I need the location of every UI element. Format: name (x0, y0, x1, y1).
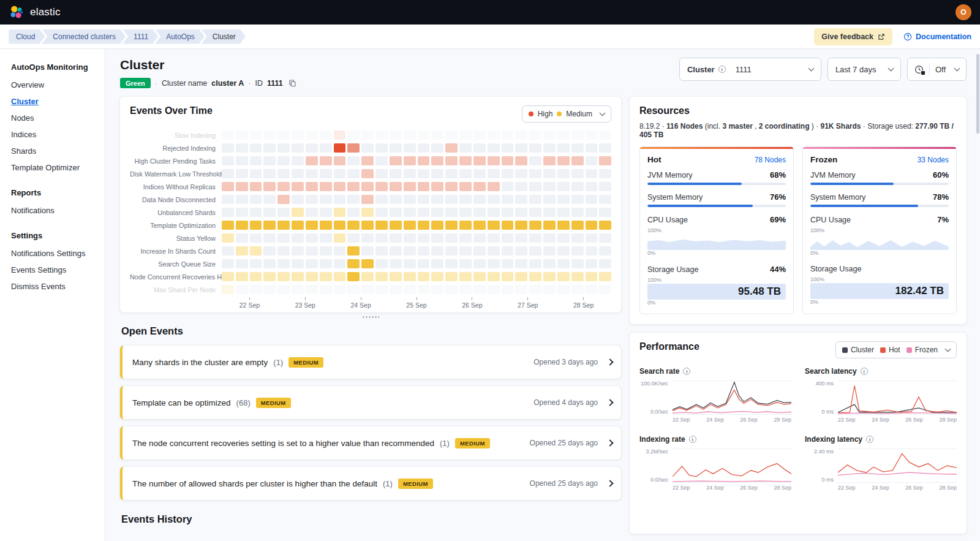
axis-label: 24 Sep (872, 417, 889, 423)
heatmap-cell (263, 143, 276, 153)
storage-fill-area: 95.48 TB (647, 284, 786, 300)
heatmap-cell (418, 272, 430, 281)
heatmap-cell (445, 285, 458, 294)
heatmap-cell (236, 208, 248, 217)
tier-accent-bar (640, 147, 793, 149)
breadcrumb-item[interactable]: Cloud (9, 29, 45, 44)
heatmap-cell (250, 195, 262, 204)
tier-nodes-link[interactable]: 33 Nodes (918, 156, 949, 164)
heatmap-cell (502, 195, 514, 204)
performance-legend-dropdown[interactable]: ClusterHotFrozen (835, 341, 957, 358)
heatmap-cell (431, 131, 443, 140)
event-count: (1) (440, 439, 450, 448)
info-icon[interactable]: i (683, 368, 690, 375)
storage-usage-value: 44% (770, 265, 786, 274)
heatmap-cell (431, 156, 443, 165)
heatmap-cell (361, 233, 374, 243)
chevron-right-icon (606, 439, 613, 446)
heatmap-cell (571, 272, 584, 281)
severity-badge: MEDIUM (288, 357, 323, 368)
sidebar-item-notifications-settings[interactable]: Notifications Settings (11, 245, 100, 262)
events-legend-dropdown[interactable]: High Medium (522, 105, 611, 123)
heatmap-cell (390, 221, 402, 230)
heatmap-cell (431, 143, 443, 153)
heatmap-cell (334, 208, 346, 217)
elastic-logo[interactable] (9, 5, 24, 20)
sidebar-item-template-optimizer[interactable]: Template Optimizer (11, 159, 100, 176)
sidebar-item-events-settings[interactable]: Events Settings (11, 262, 100, 278)
heatmap-cell (263, 208, 276, 217)
sidebar-item-indices[interactable]: Indices (11, 126, 100, 143)
chart-title: Indexing rate (639, 435, 685, 444)
axis-label: 100% (810, 227, 949, 234)
heatmap-cell (222, 246, 234, 255)
sidebar-item-notifications[interactable]: Notifications (11, 202, 100, 219)
heatmap-cell (515, 208, 527, 217)
scrollbar-thumb[interactable] (976, 54, 979, 134)
brand-name[interactable]: elastic (30, 6, 61, 18)
open-event-row[interactable]: Many shards in the cluster are empty(1)M… (120, 346, 621, 379)
heatmap-cell (320, 131, 332, 140)
cluster-select[interactable]: Cluster i 1111 (679, 58, 821, 81)
storage-total: 95.48 TB (738, 286, 781, 298)
event-opened-text: Opened 25 days ago (530, 439, 598, 447)
axis-label: 0% (647, 300, 786, 306)
heatmap-cell (306, 182, 318, 191)
heatmap-cell (488, 156, 500, 165)
heatmap-cell (473, 131, 486, 140)
info-icon[interactable]: i (866, 436, 873, 443)
auto-refresh-control[interactable]: Off (907, 58, 967, 81)
heatmap-cell (543, 285, 556, 294)
sidebar-item-dismiss-events[interactable]: Dismiss Events (11, 278, 100, 295)
breadcrumb-bar: CloudConnected clusters1111AutoOpsCluste… (0, 25, 980, 49)
heatmap-cell (404, 131, 416, 140)
info-icon[interactable]: i (689, 436, 696, 443)
tier-nodes-link[interactable]: 78 Nodes (755, 156, 786, 164)
heatmap-cell (586, 182, 598, 191)
panel-resize-handle[interactable] (120, 312, 621, 320)
high-legend-dot (529, 112, 533, 116)
heatmap-cell (599, 143, 611, 153)
heatmap-cell (529, 259, 541, 268)
sidebar-item-cluster[interactable]: Cluster (11, 93, 100, 110)
storage-usage-label: Storage Usage (810, 265, 861, 273)
heatmap-cell (488, 169, 500, 178)
heatmap-cell (347, 131, 360, 140)
documentation-link[interactable]: Documentation (903, 32, 971, 41)
heatmap-cell (473, 156, 486, 165)
cluster-id-value: 1111 (267, 79, 283, 88)
breadcrumb-item[interactable]: Cluster (202, 29, 246, 44)
sidebar-item-shards[interactable]: Shards (11, 143, 100, 159)
storage-fill-area: 182.42 TB (810, 283, 949, 299)
info-icon[interactable]: i (861, 368, 868, 375)
open-event-row[interactable]: The number of allowed shards per cluster… (120, 467, 621, 500)
heatmap-cell (502, 182, 514, 191)
heatmap-cell (418, 259, 430, 268)
heatmap-cell (334, 182, 346, 191)
user-avatar[interactable]: O (956, 4, 971, 20)
axis-label: 0% (810, 250, 949, 257)
sidebar-item-nodes[interactable]: Nodes (11, 110, 100, 126)
performance-chart: Indexing ratei3.2M/sec0.0/sec22 Sep24 Se… (639, 435, 791, 491)
tier-name: Hot (647, 155, 662, 164)
time-range-select[interactable]: Last 7 days (827, 58, 901, 81)
sidebar-item-overview[interactable]: Overview (11, 77, 100, 93)
breadcrumb-item[interactable]: AutoOps (155, 29, 205, 44)
breadcrumb-item[interactable]: Connected clusters (42, 29, 126, 44)
heatmap-cell (222, 156, 234, 165)
heatmap-cell (515, 182, 527, 191)
heatmap-cell (277, 156, 290, 165)
open-event-row[interactable]: Template can be optimized(68)MEDIUMOpene… (120, 386, 621, 419)
open-event-row[interactable]: The node concurrent recoveries setting i… (120, 426, 621, 460)
axis-label: 24 Sep (872, 485, 889, 491)
give-feedback-button[interactable]: Give feedback (814, 28, 892, 45)
event-title: The node concurrent recoveries setting i… (132, 439, 434, 448)
heatmap-cell (361, 208, 374, 217)
heatmap-cell (236, 285, 248, 294)
heatmap-cell (599, 233, 611, 243)
heatmap-cell (543, 221, 556, 230)
copy-icon[interactable] (288, 79, 296, 87)
heatmap-row-label: Max Shard Per Node (130, 286, 222, 293)
breadcrumb-item[interactable]: 1111 (123, 29, 158, 44)
heatmap-cell (445, 143, 458, 153)
